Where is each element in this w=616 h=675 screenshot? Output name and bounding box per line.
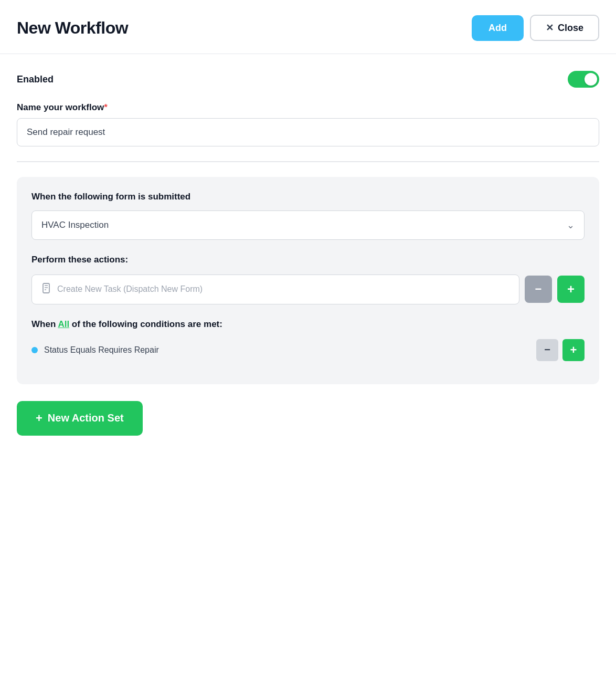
dropdown-value: HVAC Inspection [41, 220, 109, 230]
condition-text: Status Equals Requires Repair [44, 345, 159, 355]
workflow-name-section: Name your workflow* [17, 102, 599, 146]
enabled-row: Enabled [17, 71, 599, 88]
conditions-label: When All of the following conditions are… [31, 319, 585, 330]
required-star: * [104, 102, 108, 112]
actions-label: Perform these actions: [31, 255, 585, 265]
add-action-button[interactable]: + [557, 276, 585, 303]
condition-dot [31, 347, 38, 353]
remove-condition-button[interactable]: − [536, 339, 558, 361]
workflow-name-label: Name your workflow* [17, 102, 599, 113]
header: New Workflow Add ✕ Close [0, 0, 616, 54]
conditions-list: Status Equals Requires Repair − + [31, 339, 585, 361]
header-actions: Add ✕ Close [472, 15, 599, 41]
new-action-set-label: New Action Set [48, 412, 124, 424]
new-action-set-section: + New Action Set [0, 384, 616, 457]
page-container: New Workflow Add ✕ Close Enabled Name yo… [0, 0, 616, 675]
remove-action-button[interactable]: − [525, 276, 552, 303]
new-action-plus-icon: + [36, 412, 43, 425]
page-title: New Workflow [17, 18, 128, 38]
enabled-label: Enabled [17, 74, 54, 85]
trigger-label: When the following form is submitted [31, 192, 585, 202]
add-condition-button[interactable]: + [562, 339, 585, 361]
section-divider [17, 161, 599, 162]
task-icon [40, 282, 52, 297]
toggle-thumb [585, 73, 597, 86]
main-content: Enabled Name your workflow* When the fol… [0, 54, 616, 384]
action-input-wrapper[interactable]: Create New Task (Dispatch New Form) [31, 275, 519, 304]
chevron-down-icon: ⌄ [567, 219, 575, 231]
close-label: Close [558, 23, 583, 34]
toggle-track[interactable] [568, 71, 599, 88]
add-button[interactable]: Add [472, 15, 524, 41]
enabled-toggle[interactable] [568, 71, 599, 88]
form-dropdown[interactable]: HVAC Inspection ⌄ [31, 210, 585, 240]
plus-sm-icon: + [570, 343, 577, 357]
minus-icon: − [535, 282, 542, 296]
conditions-all-link[interactable]: All [58, 319, 69, 329]
workflow-name-input[interactable] [17, 118, 599, 146]
condition-left: Status Equals Requires Repair [31, 345, 159, 355]
condition-controls: − + [536, 339, 585, 361]
svg-rect-0 [43, 283, 49, 293]
minus-sm-icon: − [544, 344, 550, 356]
action-placeholder: Create New Task (Dispatch New Form) [57, 284, 203, 294]
x-icon: ✕ [546, 22, 554, 34]
close-button[interactable]: ✕ Close [530, 15, 599, 41]
trigger-actions-section: When the following form is submitted HVA… [17, 177, 599, 384]
condition-row: Status Equals Requires Repair − + [31, 339, 585, 361]
new-action-set-button[interactable]: + New Action Set [17, 401, 143, 436]
plus-icon: + [567, 282, 575, 297]
action-row: Create New Task (Dispatch New Form) − + [31, 275, 585, 304]
